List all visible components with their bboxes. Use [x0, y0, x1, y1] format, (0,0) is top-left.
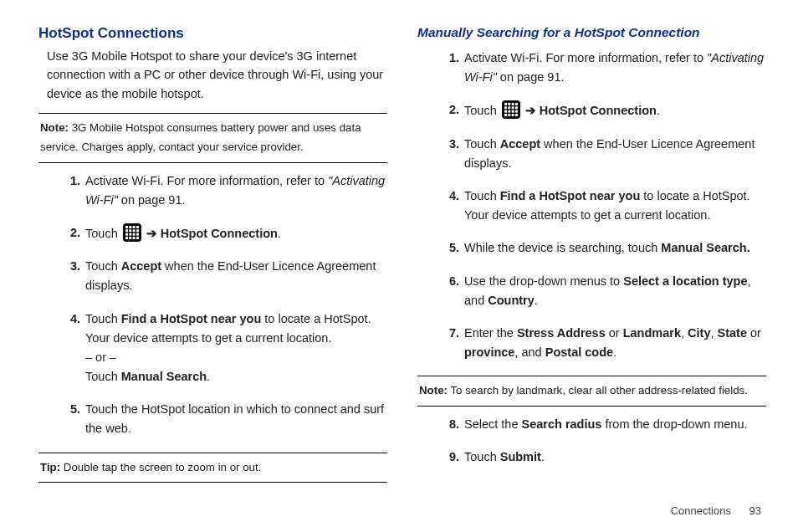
tip-label: Tip:	[40, 461, 60, 473]
step-number: 7.	[439, 324, 459, 343]
footer-section: Connections	[671, 504, 731, 517]
svg-rect-25	[508, 110, 510, 113]
svg-rect-9	[129, 233, 131, 236]
svg-rect-19	[515, 103, 518, 105]
svg-rect-3	[136, 226, 139, 228]
svg-rect-11	[136, 233, 139, 236]
step-number: 1.	[439, 49, 459, 68]
step-9: 9. Touch Submit.	[439, 448, 766, 467]
svg-rect-8	[125, 233, 128, 236]
divider	[38, 162, 387, 163]
svg-rect-4	[125, 229, 128, 232]
step-5: 5. While the device is searching, touch …	[439, 238, 766, 258]
step-4: 4. Touch Find a HotSpot near you to loca…	[439, 187, 766, 225]
divider	[38, 113, 387, 114]
step-2: 2. Touch ➔HotSpot Connection.	[439, 100, 766, 120]
tip-block: Tip: Double tap the screen to zoom in or…	[38, 458, 387, 478]
manual-page: HotSpot Connections Use 3G Mobile Hotspo…	[0, 0, 798, 532]
step-1: 1. Activate Wi-Fi. For more information,…	[439, 49, 766, 87]
step-number: 6.	[439, 272, 459, 291]
step-7: 7. Enter the Stress Address or Landmark,…	[439, 324, 766, 362]
step-number: 3.	[60, 257, 80, 276]
step-number: 5.	[60, 400, 80, 419]
steps-list: 1. Activate Wi-Fi. For more information,…	[60, 171, 387, 439]
intro-text: Use 3G Mobile Hotspot to share your devi…	[47, 47, 387, 103]
step-3: 3. Touch Accept when the End-User Licenc…	[60, 257, 387, 295]
arrow-icon: ➔	[525, 101, 536, 120]
note-label: Note:	[419, 384, 448, 396]
apps-grid-icon	[123, 223, 141, 242]
divider	[417, 376, 766, 376]
svg-rect-2	[132, 226, 135, 228]
apps-grid-icon	[502, 100, 520, 119]
divider	[417, 406, 766, 407]
footer-page-number: 93	[749, 504, 761, 517]
step-number: 9.	[439, 448, 459, 467]
svg-rect-13	[129, 237, 131, 239]
arrow-icon: ➔	[146, 224, 157, 243]
svg-rect-29	[508, 114, 510, 116]
step-8: 8. Select the Search radius from the dro…	[439, 415, 766, 434]
step-number: 3.	[439, 135, 459, 154]
svg-rect-23	[515, 107, 518, 110]
svg-rect-5	[129, 229, 131, 232]
divider	[38, 482, 387, 483]
svg-rect-26	[511, 110, 514, 113]
step-number: 8.	[439, 415, 459, 434]
step-6: 6. Use the drop-down menus to Select a l…	[439, 272, 766, 310]
svg-rect-1	[129, 226, 131, 228]
svg-rect-10	[132, 233, 135, 236]
note-label: Note:	[40, 121, 69, 134]
svg-rect-0	[125, 226, 128, 228]
svg-rect-15	[136, 237, 139, 239]
step-number: 4.	[439, 187, 459, 206]
steps-list: 1. Activate Wi-Fi. For more information,…	[439, 49, 766, 362]
steps-list-continued: 8. Select the Search radius from the dro…	[439, 415, 766, 467]
svg-rect-27	[515, 110, 518, 113]
svg-rect-31	[515, 114, 518, 116]
note-block: Note: 3G Mobile Hotspot consumes battery…	[38, 119, 387, 156]
svg-rect-24	[504, 110, 507, 113]
step-number: 4.	[60, 309, 80, 329]
right-column: Manually Searching for a HotSpot Connect…	[417, 23, 766, 499]
svg-rect-30	[511, 114, 514, 116]
tip-text: Double tap the screen to zoom in or out.	[64, 461, 262, 473]
svg-rect-17	[508, 103, 510, 105]
step-4: 4. Touch Find a HotSpot near you to loca…	[60, 309, 387, 387]
svg-rect-22	[511, 107, 514, 110]
page-footer: Connections 93	[38, 504, 766, 517]
svg-rect-16	[504, 103, 507, 105]
svg-rect-18	[511, 103, 514, 105]
svg-rect-21	[508, 107, 510, 110]
svg-rect-12	[125, 237, 128, 239]
columns: HotSpot Connections Use 3G Mobile Hotspo…	[38, 23, 766, 499]
step-1: 1. Activate Wi-Fi. For more information,…	[60, 171, 387, 210]
step-3: 3. Touch Accept when the End-User Licenc…	[439, 135, 766, 173]
svg-rect-14	[132, 237, 135, 239]
svg-rect-7	[136, 229, 139, 232]
step-number: 2.	[439, 100, 459, 120]
step-number: 1.	[60, 171, 80, 191]
heading-manual-search: Manually Searching for a HotSpot Connect…	[417, 25, 766, 40]
left-column: HotSpot Connections Use 3G Mobile Hotspo…	[38, 23, 387, 499]
svg-rect-28	[504, 114, 507, 116]
divider	[38, 453, 387, 453]
note-block: Note: To search by landmark, clear all o…	[417, 381, 766, 401]
heading-hotspot-connections: HotSpot Connections	[38, 25, 387, 42]
step-number: 2.	[60, 223, 80, 243]
note-text: 3G Mobile Hotspot consumes battery power…	[40, 121, 361, 153]
svg-rect-20	[504, 107, 507, 110]
step-2: 2. Touch ➔HotSpot Connection.	[60, 223, 387, 243]
note-text: To search by landmark, clear all other a…	[450, 384, 748, 396]
step-5: 5. Touch the HotSpot location in which t…	[60, 400, 387, 438]
step-number: 5.	[439, 238, 459, 258]
svg-rect-6	[132, 229, 135, 232]
